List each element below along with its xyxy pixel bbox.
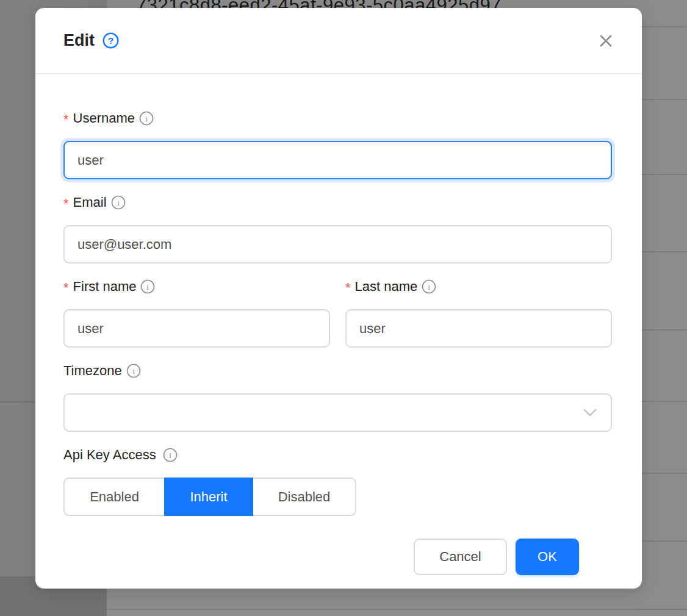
email-label: * Email i bbox=[63, 194, 612, 211]
api-key-access-segmented-control: Enabled Inherit Disabled bbox=[63, 478, 612, 516]
cancel-button[interactable]: Cancel bbox=[414, 539, 507, 575]
svg-text:i: i bbox=[169, 451, 171, 460]
svg-text:i: i bbox=[147, 282, 149, 292]
info-icon[interactable]: i bbox=[422, 279, 436, 294]
last-name-input[interactable] bbox=[345, 309, 612, 348]
close-icon[interactable] bbox=[594, 29, 617, 52]
edit-dialog: Edit ? * Username i bbox=[35, 8, 642, 589]
info-icon[interactable]: i bbox=[126, 364, 141, 378]
svg-text:i: i bbox=[145, 114, 148, 123]
dialog-header: Edit ? bbox=[35, 8, 642, 74]
segment-enabled[interactable]: Enabled bbox=[63, 478, 165, 516]
ok-button[interactable]: OK bbox=[516, 539, 579, 575]
timezone-select-value bbox=[65, 405, 90, 420]
email-input[interactable] bbox=[63, 225, 612, 263]
first-name-label: * First name i bbox=[63, 278, 330, 295]
username-label-text: Username bbox=[73, 110, 135, 126]
api-key-access-label: Api Key Access i bbox=[63, 446, 612, 464]
chevron-down-icon bbox=[583, 409, 597, 417]
segment-disabled[interactable]: Disabled bbox=[252, 478, 356, 516]
first-name-column: * First name i bbox=[63, 278, 330, 362]
api-key-access-label-text: Api Key Access bbox=[63, 447, 156, 463]
timezone-label-text: Timezone bbox=[63, 363, 122, 379]
last-name-label: * Last name i bbox=[345, 278, 612, 295]
segment-inherit[interactable]: Inherit bbox=[164, 478, 253, 516]
help-icon[interactable]: ? bbox=[103, 32, 119, 49]
username-input[interactable] bbox=[63, 141, 612, 179]
last-name-label-text: Last name bbox=[355, 279, 418, 295]
info-icon[interactable]: i bbox=[140, 279, 155, 294]
required-asterisk: * bbox=[63, 195, 69, 210]
timezone-label: Timezone i bbox=[63, 362, 612, 379]
info-icon[interactable]: i bbox=[163, 448, 178, 462]
first-name-label-text: First name bbox=[73, 279, 137, 295]
dialog-title: Edit bbox=[63, 31, 95, 50]
username-label: * Username i bbox=[63, 110, 612, 127]
required-asterisk: * bbox=[63, 279, 69, 295]
svg-text:i: i bbox=[132, 367, 135, 376]
svg-text:?: ? bbox=[108, 35, 113, 46]
info-icon[interactable]: i bbox=[139, 111, 154, 126]
svg-text:i: i bbox=[428, 282, 430, 292]
dialog-body: * Username i * Email i bbox=[35, 74, 642, 575]
dialog-footer: Cancel OK bbox=[63, 516, 612, 575]
required-asterisk: * bbox=[63, 110, 69, 126]
info-icon[interactable]: i bbox=[111, 195, 126, 210]
required-asterisk: * bbox=[345, 279, 351, 295]
first-name-input[interactable] bbox=[63, 309, 330, 348]
last-name-column: * Last name i bbox=[345, 278, 612, 362]
name-fields-row: * First name i * Last name bbox=[63, 278, 612, 362]
timezone-select[interactable] bbox=[63, 393, 612, 432]
svg-text:i: i bbox=[117, 198, 120, 207]
email-label-text: Email bbox=[73, 195, 107, 210]
